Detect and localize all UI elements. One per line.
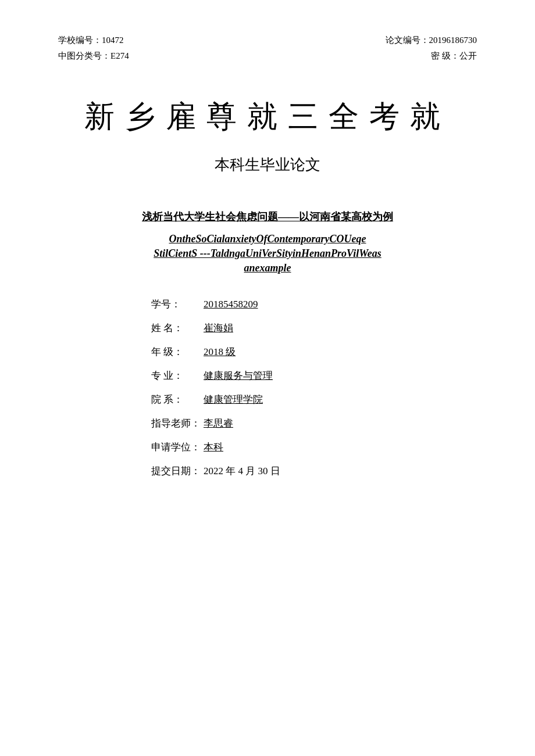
chinese-topic: 浅析当代大学生社会焦虑问题——以河南省某高校为例 (58, 210, 477, 224)
name-value: 崔海娟 (204, 321, 308, 335)
school-code-label: 学校编号： (58, 35, 102, 45)
department-value: 健康管理学院 (204, 393, 308, 406)
main-title: 新乡雇尊就三全考就 (58, 96, 477, 137)
classification-label: 中图分类号： (58, 51, 110, 60)
school-code-value: 10472 (102, 35, 124, 45)
security-level: 密 级：公开 (431, 51, 477, 62)
submit-date-row: 提交日期： 2022 年 4 月 30 日 (151, 464, 477, 478)
degree-value: 本科 (204, 440, 308, 454)
english-topic-line3: anexample (58, 262, 477, 274)
major-row: 专 业： 健康服务与管理 (151, 369, 477, 382)
degree-row: 申请学位： 本科 (151, 440, 477, 454)
name-label: 姓 名： (151, 321, 204, 335)
submit-date-value: 2022 年 4 月 30 日 (204, 464, 308, 478)
english-topic-line2: StilCientS ---TaldngaUniVerSityinHenanPr… (58, 248, 477, 260)
advisor-row: 指导老师： 李思睿 (151, 417, 477, 430)
meta-top-row: 学校编号：10472 论文编号：20196186730 (58, 35, 477, 46)
department-row: 院 系： 健康管理学院 (151, 393, 477, 406)
grade-value: 2018 级 (204, 345, 308, 359)
major-value: 健康服务与管理 (204, 369, 308, 382)
grade-row: 年 级： 2018 级 (151, 345, 477, 359)
advisor-label: 指导老师： (151, 417, 204, 430)
student-id-value: 20185458209 (204, 299, 308, 310)
name-row: 姓 名： 崔海娟 (151, 321, 477, 335)
school-code: 学校编号：10472 (58, 35, 124, 46)
meta-bottom-row: 中图分类号：E274 密 级：公开 (58, 51, 477, 62)
subtitle: 本科生毕业论文 (58, 155, 477, 175)
info-section: 学号： 20185458209 姓 名： 崔海娟 年 级： 2018 级 专 业… (151, 298, 477, 478)
paper-code: 论文编号：20196186730 (386, 35, 477, 46)
department-label: 院 系： (151, 393, 204, 406)
classification-value: E274 (110, 51, 129, 60)
submit-date-label: 提交日期： (151, 464, 204, 478)
student-id-row: 学号： 20185458209 (151, 298, 477, 311)
student-id-label: 学号： (151, 298, 204, 311)
degree-label: 申请学位： (151, 440, 204, 454)
paper-code-label: 论文编号： (386, 35, 429, 45)
advisor-value: 李思睿 (204, 417, 308, 430)
major-label: 专 业： (151, 369, 204, 382)
paper-code-value: 20196186730 (429, 35, 477, 45)
classification: 中图分类号：E274 (58, 51, 129, 62)
grade-label: 年 级： (151, 345, 204, 359)
security-value: 公开 (459, 51, 477, 60)
english-topic-line1: OntheSoCialanxietyOfContemporaryCOUeqe (58, 233, 477, 245)
security-label: 密 级： (431, 51, 459, 60)
